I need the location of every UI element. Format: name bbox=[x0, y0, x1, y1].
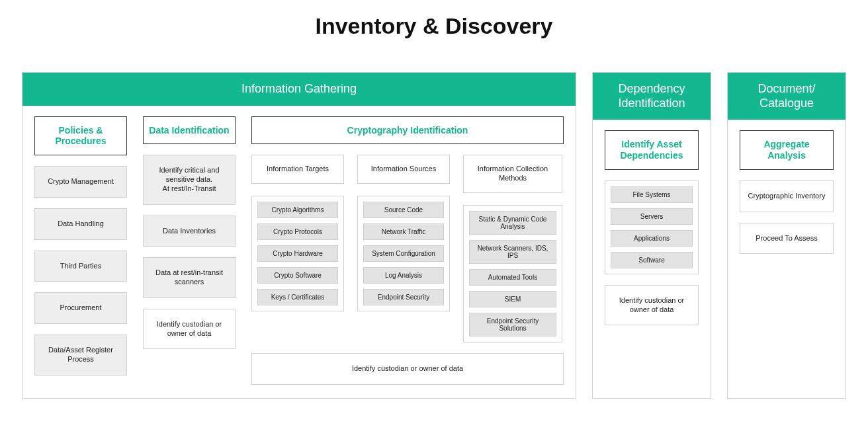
heading-identify-asset-deps: Identify Asset Dependencies bbox=[605, 130, 699, 170]
subcol-methods: Information Collection Methods Static & … bbox=[463, 155, 562, 342]
heading-aggregate-analysis: Aggregate Analysis bbox=[740, 130, 834, 170]
panel-information-gathering: Information Gathering Policies & Procedu… bbox=[22, 72, 576, 399]
chip-automated-tools: Automated Tools bbox=[469, 269, 556, 286]
header-targets: Information Targets bbox=[251, 155, 344, 184]
panel-header-dep: Dependency Identification bbox=[593, 73, 711, 120]
subcol-targets: Information Targets Crypto Algorithms Cr… bbox=[251, 155, 344, 342]
diagram-columns: Information Gathering Policies & Procedu… bbox=[7, 72, 861, 399]
heading-policies: Policies & Procedures bbox=[34, 116, 127, 156]
box-procurement: Procurement bbox=[34, 292, 127, 324]
chip-network-traffic: Network Traffic bbox=[363, 223, 444, 240]
panel-document-catalogue: Document/ Catalogue Aggregate Analysis C… bbox=[727, 72, 846, 399]
chip-file-systems: File Systems bbox=[611, 186, 693, 203]
box-data-asset-register: Data/Asset Register Process bbox=[34, 335, 127, 376]
panel-header: Information Gathering bbox=[22, 73, 576, 106]
chips-methods: Static & Dynamic Code Analysis Network S… bbox=[463, 205, 562, 342]
panel-header-doc: Document/ Catalogue bbox=[728, 73, 846, 120]
col-policies: Policies & Procedures Crypto Management … bbox=[34, 116, 127, 385]
box-proceed-to-assess: Proceed To Assess bbox=[740, 223, 834, 255]
chip-log-analysis: Log Analysis bbox=[363, 267, 444, 284]
header-sources: Information Sources bbox=[357, 155, 450, 184]
page-title: Inventory & Discovery bbox=[7, 13, 861, 39]
col-crypto-identification: Cryptography Identification Information … bbox=[251, 116, 564, 385]
box-data-handling: Data Handling bbox=[34, 208, 127, 240]
chips-dependencies: File Systems Servers Applications Softwa… bbox=[605, 180, 699, 274]
box-crypto-management: Crypto Management bbox=[34, 166, 127, 198]
chip-keys-certificates: Keys / Certificates bbox=[257, 289, 338, 305]
chip-crypto-algorithms: Crypto Algorithms bbox=[257, 202, 338, 218]
chips-targets: Crypto Algorithms Crypto Protocols Crypt… bbox=[251, 196, 344, 311]
chip-network-scanners: Network Scanners, IDS, IPS bbox=[469, 240, 556, 264]
chip-sd-code-analysis: Static & Dynamic Code Analysis bbox=[469, 211, 556, 235]
chips-sources: Source Code Network Traffic System Confi… bbox=[357, 196, 450, 311]
box-identify-critical: Identify critical and sensitive data. At… bbox=[143, 155, 236, 204]
box-data-inventories: Data Inventories bbox=[143, 216, 236, 247]
chip-crypto-hardware: Crypto Hardware bbox=[257, 245, 338, 262]
chip-system-config: System Configuration bbox=[363, 245, 444, 262]
panel-dependency-identification: Dependency Identification Identify Asset… bbox=[592, 72, 711, 399]
chip-software: Software bbox=[611, 252, 693, 268]
box-identify-custodian-2: Identify custodian or owner of data bbox=[251, 353, 564, 385]
box-cryptographic-inventory: Cryptographic Inventory bbox=[740, 180, 834, 212]
heading-crypto-identification: Cryptography Identification bbox=[251, 116, 564, 145]
chip-crypto-software: Crypto Software bbox=[257, 267, 338, 284]
col-data-identification: Data Identification Identify critical an… bbox=[143, 116, 236, 385]
chip-endpoint-solutions: Endpoint Security Solutions bbox=[469, 313, 556, 337]
chip-endpoint-security: Endpoint Security bbox=[363, 289, 444, 305]
chip-siem: SIEM bbox=[469, 291, 556, 307]
chip-crypto-protocols: Crypto Protocols bbox=[257, 223, 338, 240]
chip-applications: Applications bbox=[611, 230, 693, 247]
box-rest-transit-scanners: Data at rest/in-transit scanners bbox=[143, 257, 236, 298]
subcol-sources: Information Sources Source Code Network … bbox=[357, 155, 450, 342]
heading-data-identification: Data Identification bbox=[143, 116, 236, 145]
box-third-parties: Third Parties bbox=[34, 251, 127, 282]
chip-servers: Servers bbox=[611, 208, 693, 225]
box-identify-custodian-3: Identify custodian or owner of data bbox=[605, 285, 699, 326]
chip-source-code: Source Code bbox=[363, 202, 444, 218]
box-identify-custodian-1: Identify custodian or owner of data bbox=[143, 309, 236, 350]
header-methods: Information Collection Methods bbox=[463, 155, 562, 193]
